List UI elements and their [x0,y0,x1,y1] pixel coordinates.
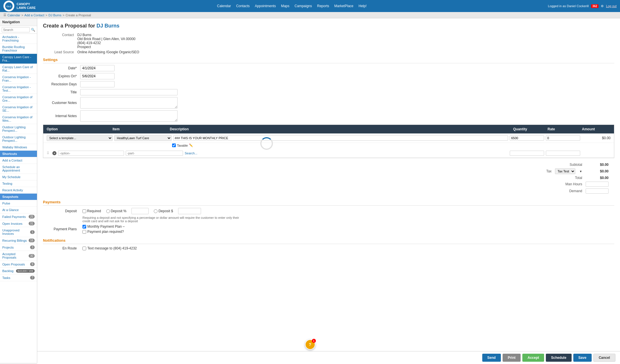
taxable-checkbox[interactable] [172,143,176,147]
sidebar-item-unapproved-invoices[interactable]: Unapproved Invoices 1 [0,227,37,237]
deposit-note: Requiring a deposit and not specifying a… [82,216,243,223]
sidebar-item-tasks[interactable]: Tasks 7 [0,274,37,281]
man-hours-input[interactable] [586,182,609,187]
breadcrumb-add-contact[interactable]: Add a Contact [24,13,44,17]
sidebar-item-schedule-appointment[interactable]: Schedule an Appointment [0,164,37,174]
subtotal-row: Subtotal $0.00 [559,163,609,167]
monthly-plan-checkbox[interactable] [82,225,86,229]
sidebar-item-conserva-test[interactable]: Conserva Irrigation - Test... [0,84,37,94]
nav-marketplace[interactable]: MarketPlace [334,4,353,8]
item-select[interactable]: HealthyLawn Turf Care [114,135,172,141]
date-input[interactable] [80,65,115,71]
logout-link[interactable]: Log out [606,4,617,8]
rescission-input[interactable] [80,81,115,87]
required-checkbox[interactable] [82,209,86,213]
row2-rate-input[interactable] [546,151,580,156]
sidebar-item-my-schedule[interactable]: My Schedule [0,174,37,180]
contact-name-link[interactable]: DJ Burns [97,23,119,29]
nav-calendar[interactable]: Calendar [217,4,231,8]
deposit-pct-radio[interactable] [106,209,110,213]
payment-required-checkbox[interactable] [82,230,86,234]
items-table-header: Option Item Description Quantity Rate Am… [43,125,614,133]
schedule-button[interactable]: Schedule [546,354,571,362]
sidebar-search-container: 🔍 [0,26,37,34]
accept-button[interactable]: Accept [522,354,544,362]
required-checkbox-label: Required [82,209,101,213]
sidebar-item-at-a-glance[interactable]: At a Glance [0,207,37,213]
drag-handle[interactable]: ⠿ [47,151,51,155]
sms-checkbox[interactable] [82,247,86,250]
sidebar-item-pulse[interactable]: Pulse [0,200,37,207]
sidebar-item-conserva-wes[interactable]: Conserva Irrigation of Wes... [0,114,37,124]
print-button[interactable]: Print [503,354,521,362]
breadcrumb-dj-burns[interactable]: DJ Burns [48,13,61,17]
nav-maps[interactable]: Maps [281,4,289,8]
sidebar-item-canopy-ral[interactable]: Canopy Lawn Care of Ral... [0,64,37,74]
sidebar-item-conserva-fran[interactable]: Conserva Irrigation - Fran... [0,74,37,84]
sidebar-item-failed-payments[interactable]: Failed Payments 25 [0,213,37,220]
description-input[interactable] [173,135,508,141]
search-input[interactable] [2,27,30,32]
breadcrumb-calendar[interactable]: Calendar [7,13,20,17]
sidebar-item-outdoor2[interactable]: Outdoor Lighting Perspect... [0,134,37,144]
help-button[interactable]: ? 1 [305,339,315,350]
demand-input[interactable] [586,188,609,194]
sidebar-item-bumble[interactable]: Bumble Roofing Franchisor [0,44,37,54]
logo: CLC CANOPY LAWN CARE [3,1,36,11]
quantity-input[interactable] [510,135,544,141]
sidebar-item-conserva-gre[interactable]: Conserva Irrigation of Gre... [0,94,37,104]
template-select[interactable]: Select a template... [47,135,113,141]
deposit-dollar-input[interactable] [178,208,201,214]
sidebar-item-archadeck[interactable]: Archadeck - Franchising [0,34,37,44]
nav-help[interactable]: Help! [359,4,367,8]
option-input[interactable] [58,151,124,156]
internal-notes-textarea[interactable] [80,110,178,122]
tax-select[interactable]: Tax Test [555,168,575,174]
edit-taxable-icon[interactable]: ✏️ [189,143,193,147]
sidebar-item-open-proposals[interactable]: Open Proposals 9 [0,261,37,268]
expires-input[interactable] [80,73,115,79]
nav-campaigns[interactable]: Campaigns [295,4,312,8]
deposit-pct-radio-label: Deposit % [106,209,127,213]
sidebar-item-projects[interactable]: Projects 3 [0,244,37,251]
deposit-dollar-radio[interactable] [154,209,158,213]
title-input[interactable] [80,89,178,95]
nav-contacts[interactable]: Contacts [236,4,249,8]
menu-icon[interactable]: ☰ [3,13,6,17]
sidebar-item-open-invoices[interactable]: Open Invoices 31 [0,220,37,227]
sidebar-item-recent-activity[interactable]: Recent Activity [0,187,37,194]
contact-name: DJ Burns [77,33,614,37]
sidebar-item-add-contact[interactable]: Add a Contact [0,157,37,164]
col-description: Description [170,127,513,131]
cancel-button[interactable]: Cancel [593,354,615,362]
row2-rate-cell [546,151,580,156]
sidebar-item-accepted-proposals[interactable]: Accepted Proposals 30 [0,251,37,261]
save-button[interactable]: Save [573,354,592,362]
customer-notes-textarea[interactable] [80,97,178,109]
nav-appointments[interactable]: Appointments [255,4,276,8]
search-icon[interactable]: 🔍 [31,28,35,32]
sidebar-item-wallaby[interactable]: Wallaby Windows [0,144,37,151]
tax-dropdown-icon[interactable]: ▼ [579,170,582,173]
remove-row-button[interactable]: ✕ [52,151,56,155]
sidebar-item-texting[interactable]: Texting [0,180,37,187]
internal-notes-label: Internal Notes [43,114,80,118]
col-rate: Rate [548,127,582,131]
sidebar-item-backlog[interactable]: Backlog $18,600 / 209 [0,268,37,274]
sidebar-item-recurring-billings[interactable]: Recurring Billings 16 [0,237,37,244]
send-button[interactable]: Send [482,354,501,362]
part-input[interactable] [126,151,183,156]
notification-badge[interactable]: 362 [591,4,599,8]
search-link[interactable]: Search... [185,151,197,155]
settings-icon[interactable]: ⚙ [601,4,604,8]
row1-description-cell [173,135,508,141]
nav-reports[interactable]: Reports [317,4,329,8]
contact-status-badge: Prospect [77,45,91,49]
tax-value: $0.00 [586,169,609,173]
deposit-pct-input[interactable] [131,208,149,214]
sidebar-item-conserva-se[interactable]: Conserva Irrigation of SE... [0,104,37,114]
row2-quantity-input[interactable] [510,151,544,156]
rate-input[interactable] [546,135,580,141]
sidebar-item-canopy-fra[interactable]: Canopy Lawn Care - Fra... [0,54,37,64]
sidebar-item-outdoor1[interactable]: Outdoor Lighting Perspect... [0,124,37,134]
